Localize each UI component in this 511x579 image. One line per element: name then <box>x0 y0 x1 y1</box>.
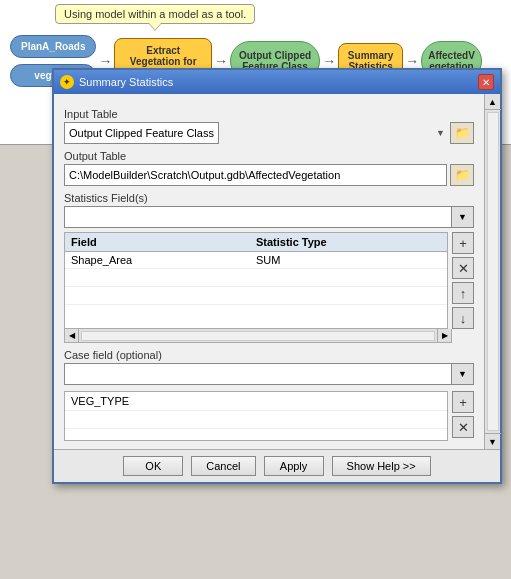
output-table-label: Output Table <box>64 150 474 162</box>
case-field-section: Case field (optional) ▼ <box>64 349 474 385</box>
scroll-down-button[interactable]: ▼ <box>485 433 501 449</box>
arrow-1: → <box>98 53 112 69</box>
scroll-track[interactable] <box>81 331 435 341</box>
statistic-cell: SUM <box>256 254 441 266</box>
horizontal-scrollbar[interactable]: ◀ ▶ <box>64 329 452 343</box>
veg-table: VEG_TYPE <box>64 391 448 441</box>
dialog-main-content: Input Table Output Clipped Feature Class… <box>54 94 484 449</box>
statistics-table-section: Field Statistic Type Shape_Area SUM + <box>64 232 474 329</box>
statistics-table-header: Field Statistic Type <box>65 233 447 252</box>
add-row-button[interactable]: + <box>452 232 474 254</box>
dialog-footer: OK Cancel Apply Show Help >> <box>54 449 500 482</box>
select-arrow-icon: ▼ <box>436 128 445 138</box>
scroll-right-button[interactable]: ▶ <box>437 329 451 343</box>
case-field-label: Case field (optional) <box>64 349 474 361</box>
statistics-fields-dropdown-row: ▼ <box>64 206 474 228</box>
case-field-row: ▼ <box>64 363 474 385</box>
table-row-empty-2[interactable] <box>65 287 447 305</box>
veg-table-with-buttons: VEG_TYPE + ✕ <box>64 391 474 441</box>
statistic-type-column-header: Statistic Type <box>256 236 441 248</box>
veg-remove-button[interactable]: ✕ <box>452 416 474 438</box>
table-row-empty-1[interactable] <box>65 269 447 287</box>
dialog-content-wrapper: Input Table Output Clipped Feature Class… <box>54 94 500 449</box>
statistics-fields-dropdown-button[interactable]: ▼ <box>452 206 474 228</box>
move-up-button[interactable]: ↑ <box>452 282 474 304</box>
statistics-table-body: Shape_Area SUM <box>65 252 447 307</box>
statistics-fields-label: Statistics Field(s) <box>64 192 474 204</box>
field-column-header: Field <box>71 236 256 248</box>
dialog-titlebar: ✦ Summary Statistics ✕ <box>54 70 500 94</box>
apply-button[interactable]: Apply <box>264 456 324 476</box>
input-table-row: Output Clipped Feature Class ▼ 📁 <box>64 122 474 144</box>
scroll-up-button[interactable]: ▲ <box>485 94 501 110</box>
veg-side-buttons: + ✕ <box>452 391 474 441</box>
show-help-button[interactable]: Show Help >> <box>332 456 431 476</box>
input-table-select[interactable]: Output Clipped Feature Class <box>64 122 219 144</box>
input-table-label: Input Table <box>64 108 474 120</box>
output-table-folder-button[interactable]: 📁 <box>450 164 474 186</box>
arrow-4: → <box>405 53 419 69</box>
vertical-scrollbar[interactable]: ▲ ▼ <box>484 94 500 449</box>
output-table-row: 📁 <box>64 164 474 186</box>
dialog-title-left: ✦ Summary Statistics <box>60 75 173 89</box>
statistics-table-container: Field Statistic Type Shape_Area SUM <box>64 232 448 329</box>
statistics-fields-input[interactable] <box>64 206 452 228</box>
summary-statistics-dialog: ✦ Summary Statistics ✕ Input Table Outpu… <box>52 68 502 484</box>
input-table-select-wrapper: Output Clipped Feature Class ▼ <box>64 122 447 144</box>
arrow-2: → <box>214 53 228 69</box>
veg-section: VEG_TYPE + ✕ <box>64 391 474 441</box>
ok-button[interactable]: OK <box>123 456 183 476</box>
cancel-button[interactable]: Cancel <box>191 456 255 476</box>
scroll-left-button[interactable]: ◀ <box>65 329 79 343</box>
input-table-folder-button[interactable]: 📁 <box>450 122 474 144</box>
tooltip-text: Using model within a model as a tool. <box>64 8 246 20</box>
veg-row-empty[interactable] <box>65 411 447 429</box>
dialog-title: Summary Statistics <box>79 76 173 88</box>
move-down-button[interactable]: ↓ <box>452 307 474 329</box>
veg-row[interactable]: VEG_TYPE <box>65 392 447 411</box>
dialog-icon: ✦ <box>60 75 74 89</box>
tooltip-bubble: Using model within a model as a tool. <box>55 4 255 24</box>
field-cell: Shape_Area <box>71 254 256 266</box>
table-row[interactable]: Shape_Area SUM <box>65 252 447 269</box>
scroll-thumb <box>487 112 499 431</box>
planA-node[interactable]: PlanA_Roads <box>10 35 96 58</box>
close-button[interactable]: ✕ <box>478 74 494 90</box>
arrow-3: → <box>322 53 336 69</box>
case-field-dropdown-button[interactable]: ▼ <box>452 363 474 385</box>
remove-row-button[interactable]: ✕ <box>452 257 474 279</box>
case-field-input[interactable] <box>64 363 452 385</box>
statistics-side-buttons: + ✕ ↑ ↓ <box>452 232 474 329</box>
output-table-input[interactable] <box>64 164 447 186</box>
veg-add-button[interactable]: + <box>452 391 474 413</box>
